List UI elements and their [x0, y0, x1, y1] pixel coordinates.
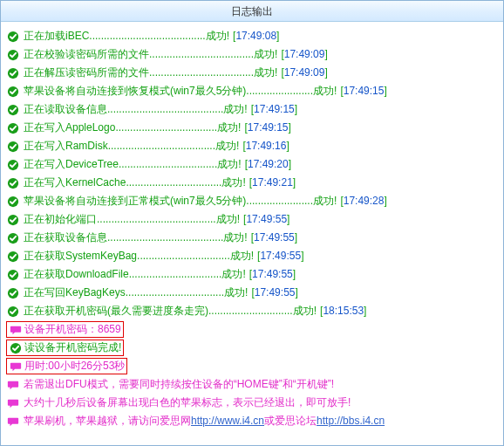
dots-filler: ...................................	[115, 119, 217, 137]
highlight-box: 设备开机密码：8659	[6, 321, 124, 338]
success-icon	[6, 195, 20, 209]
timestamp: 17:49:28	[344, 192, 385, 210]
log-message: 若需退出DFU模式，需要同时持续按住设备的“HOME键”和“开机键”!	[24, 375, 334, 394]
log-message: 正在获取设备信息	[24, 229, 107, 247]
bubble-icon	[6, 415, 20, 429]
timestamp: 17:49:55	[252, 265, 293, 284]
success-icon	[6, 213, 20, 227]
log-row: 苹果刷机，苹果越狱，请访问爱思网http://www.i4.cn或爱思论坛htt…	[6, 412, 500, 430]
success-icon	[6, 231, 20, 245]
log-message: 正在写入AppleLogo	[24, 119, 115, 137]
timestamp: 18:15:53	[323, 302, 364, 320]
log-message: 苹果设备将自动连接到正常模式(win7最久5分钟)	[24, 192, 246, 210]
log-message: 正在写回KeyBagKeys	[24, 284, 126, 302]
success-icon	[6, 305, 20, 319]
dots-filler: ....................................	[149, 64, 254, 82]
log-message: 大约十几秒后设备屏幕出现白色的苹果标志，表示已经退出，即可放手!	[24, 394, 351, 412]
ts-bracket: ]	[324, 64, 327, 82]
ts-bracket: ]	[276, 27, 279, 45]
log-row: 正在写入DeviceTree..........................…	[6, 155, 500, 174]
result-label: 成功!	[221, 174, 245, 192]
log-message: 正在写入RamDisk	[24, 137, 108, 155]
success-icon	[6, 121, 20, 135]
ts-bracket: ]	[364, 302, 366, 320]
dots-filler: .......................	[246, 192, 313, 210]
log-row: 正在初始化端口.................................…	[6, 210, 500, 229]
log-output-area[interactable]: 正在加载iBEC................................…	[1, 22, 503, 445]
timestamp: 17:49:55	[255, 284, 296, 302]
log-row: 正在获取设备信息................................…	[6, 229, 500, 247]
result-label: 成功!	[216, 210, 240, 229]
log-message: 设备开机密码：8659	[24, 320, 121, 339]
log-message: 或爱思论坛	[264, 412, 317, 430]
log-row: 读设备开机密码完成!	[6, 339, 500, 357]
success-icon	[6, 176, 20, 190]
bubble-icon	[9, 323, 23, 337]
result-label: 成功!	[293, 302, 317, 320]
timestamp: 17:49:15	[248, 119, 289, 137]
result-label: 成功!	[313, 82, 337, 100]
log-row: 正在写回KeyBagKeys..........................…	[6, 284, 500, 302]
timestamp: 17:49:09	[284, 45, 325, 64]
link-text[interactable]: http://www.i4.cn	[191, 412, 264, 430]
log-message: 正在初始化端口	[24, 210, 97, 229]
bubble-icon	[6, 378, 20, 392]
ts-bracket: ]	[289, 155, 291, 174]
success-icon	[6, 250, 20, 264]
ts-bracket: ]	[289, 119, 291, 137]
result-label: 成功!	[230, 247, 254, 265]
ts-bracket: ]	[384, 82, 386, 100]
dots-filler: ........................................	[107, 229, 223, 247]
success-icon	[6, 286, 20, 300]
log-message: 正在写入DeviceTree	[24, 155, 119, 174]
result-label: 成功!	[254, 45, 277, 64]
dots-filler: .......................	[246, 82, 313, 100]
link-text[interactable]: http://bbs.i4.cn	[317, 412, 385, 430]
log-row: 正在读取设备信息................................…	[6, 100, 500, 119]
highlight-box: 用时:00小时26分53秒	[6, 358, 127, 374]
log-panel: 日志输出 正在加载iBEC...........................…	[0, 0, 504, 446]
result-label: 成功!	[217, 155, 241, 174]
log-message: 正在写入KernelCache	[24, 174, 126, 192]
result-label: 成功!	[221, 265, 245, 284]
timestamp: 17:49:15	[344, 82, 385, 100]
result-label: 成功!	[224, 284, 248, 302]
log-message: 正在获取开机密码(最久需要进度条走完)	[24, 302, 208, 320]
log-message: 苹果刷机，苹果越狱，请访问爱思网	[24, 412, 191, 430]
log-row: 正在获取SystemKeyBag........................…	[6, 247, 500, 265]
log-message: 用时:00小时26分53秒	[24, 357, 125, 375]
timestamp: 17:49:15	[254, 100, 295, 119]
result-label: 成功!	[215, 137, 239, 155]
result-label: 成功!	[217, 119, 241, 137]
log-row: 正在获取DownloadFile........................…	[6, 265, 500, 284]
success-icon	[6, 158, 20, 172]
log-message: 正在获取SystemKeyBag	[24, 247, 137, 265]
result-label: 成功!	[313, 192, 337, 210]
ts-bracket: ]	[295, 100, 297, 119]
log-row: 正在解压读密码所需的文件............................…	[6, 64, 500, 82]
timestamp: 17:49:55	[246, 210, 287, 229]
log-message: 正在读取设备信息	[24, 100, 107, 119]
ts-bracket: ]	[295, 229, 297, 247]
success-icon	[9, 341, 23, 355]
ts-bracket: ]	[384, 192, 386, 210]
dots-filler: .....................................	[108, 137, 215, 155]
success-icon	[6, 140, 20, 154]
dots-filler: .................................	[126, 174, 221, 192]
log-message: 读设备开机密码完成!	[24, 339, 121, 357]
dots-filler: ........................................	[107, 100, 223, 119]
bubble-icon	[6, 396, 20, 410]
ts-bracket: ]	[287, 210, 289, 229]
success-icon	[6, 48, 20, 62]
ts-bracket: ]	[301, 247, 303, 265]
log-row: 苹果设备将自动连接到正常模式(win7最久5分钟)...............…	[6, 192, 500, 210]
log-row: 用时:00小时26分53秒	[6, 357, 500, 375]
log-row: 正在写入RamDisk.............................…	[6, 137, 500, 155]
timestamp: 17:49:09	[284, 64, 325, 82]
result-label: 成功!	[206, 27, 229, 45]
log-row: 正在写入KernelCache.........................…	[6, 174, 500, 192]
log-row: 正在校验读密码所需的文件............................…	[6, 45, 500, 64]
dots-filler: ........................................…	[97, 210, 216, 229]
ts-bracket: ]	[286, 137, 289, 155]
timestamp: 17:49:21	[252, 174, 293, 192]
